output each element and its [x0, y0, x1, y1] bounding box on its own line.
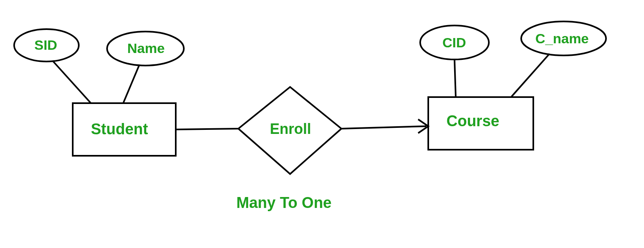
- name-attribute-label: Name: [127, 40, 165, 56]
- student-enroll-connector: [176, 129, 239, 129]
- student-entity-label: Student: [91, 121, 148, 138]
- sid-connector: [53, 61, 91, 103]
- name-connector: [123, 65, 139, 103]
- diagram-caption: Many To One: [236, 194, 332, 212]
- sid-attribute-label: SID: [34, 37, 57, 53]
- course-entity-label: Course: [446, 112, 499, 130]
- cname-attribute-label: C_name: [535, 31, 589, 47]
- enroll-course-connector: [341, 126, 426, 129]
- cname-connector: [511, 54, 549, 97]
- cid-attribute-label: CID: [442, 35, 466, 51]
- cid-connector: [455, 59, 456, 97]
- enroll-relationship-label: Enroll: [270, 121, 311, 138]
